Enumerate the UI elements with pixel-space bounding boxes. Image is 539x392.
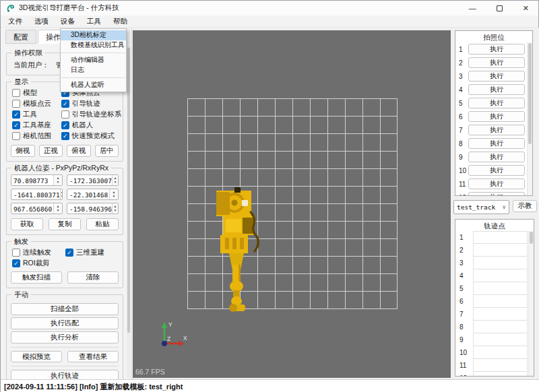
scrollbar-thumb[interactable]: [127, 48, 130, 333]
title-bar[interactable]: 3D视觉引导打磨平台 - 什方科技 — ✕: [1, 1, 538, 15]
teach-button[interactable]: 示教: [513, 200, 537, 212]
execute-button[interactable]: 执行: [468, 192, 525, 196]
trajectory-row[interactable]: 10: [455, 346, 534, 359]
trajectory-row[interactable]: 9: [455, 333, 534, 346]
checkbox-robot[interactable]: ✓机器人: [61, 121, 119, 129]
trajectory-row[interactable]: 1: [455, 231, 534, 244]
trajectory-cell[interactable]: [473, 333, 528, 346]
execute-button[interactable]: 执行: [468, 71, 525, 81]
checkbox-quick-preview-mode[interactable]: ✓快速预览模式: [61, 131, 119, 140]
trajectory-cell[interactable]: [473, 295, 528, 308]
simulate-preview-button[interactable]: 模拟预览: [11, 351, 62, 362]
photo-table-scrollbar[interactable]: [527, 42, 532, 195]
view-result-button[interactable]: 查看结果: [67, 351, 119, 362]
checkbox-guide-trajectory[interactable]: ✓引导轨迹: [61, 99, 119, 108]
scan-all-button[interactable]: 扫描全部: [11, 303, 119, 315]
spinner-arrows-icon[interactable]: ▲▼: [112, 203, 118, 214]
spinner-arrows-icon[interactable]: ▲▼: [109, 189, 118, 199]
trajectory-row[interactable]: 2: [455, 244, 534, 257]
front-view-button[interactable]: 正视: [39, 145, 63, 157]
trajectory-cell[interactable]: [473, 308, 528, 321]
checkbox-camera-range[interactable]: 相机范围: [12, 131, 61, 140]
left-panel-scrollbar[interactable]: [127, 46, 131, 378]
execute-button[interactable]: 执行: [468, 111, 525, 122]
scrollbar-thumb[interactable]: [530, 232, 533, 244]
menu-item-log[interactable]: 日志: [61, 65, 126, 75]
trajectory-cell[interactable]: [473, 346, 528, 359]
trajectory-cell[interactable]: [473, 231, 528, 244]
execute-button[interactable]: 执行: [468, 57, 525, 68]
trajectory-row[interactable]: 11: [455, 359, 534, 372]
paste-pose-button[interactable]: 粘贴: [86, 218, 119, 230]
trajectory-cell[interactable]: [473, 257, 528, 269]
pose-spinbox[interactable]: -158.946396▲▼: [67, 203, 119, 214]
trajectory-row[interactable]: 3: [455, 257, 534, 269]
checkbox-model[interactable]: 模型: [12, 88, 61, 97]
trajectory-table-scrollbar[interactable]: [528, 231, 534, 376]
copy-pose-button[interactable]: 复制: [49, 218, 81, 230]
execute-analysis-button[interactable]: 执行分析: [11, 331, 119, 344]
execute-match-button[interactable]: 执行匹配: [11, 317, 119, 329]
scrollbar-thumb[interactable]: [528, 43, 532, 144]
trajectory-cell[interactable]: [473, 372, 528, 377]
checkbox-tool-base[interactable]: ✓工具基座: [12, 121, 61, 129]
pose-spinbox[interactable]: -1641.880371▲▼: [11, 189, 63, 200]
side-view-button[interactable]: 侧视: [11, 145, 35, 157]
checkbox-roi-crop[interactable]: ✓ROI裁剪: [12, 259, 65, 267]
menu-item-baseline-recognition-tool[interactable]: 数模基线识别工具: [61, 40, 126, 51]
execute-trajectory-button[interactable]: 执行轨迹: [11, 370, 119, 379]
center-view-button[interactable]: 居中: [95, 145, 119, 157]
menu-help[interactable]: 帮助: [107, 15, 133, 28]
trajectory-row[interactable]: 12: [455, 372, 534, 377]
checkbox-template-pointcloud[interactable]: 模板点云: [12, 99, 61, 108]
trajectory-cell[interactable]: [473, 244, 528, 257]
spinner-arrows-icon[interactable]: ▲▼: [53, 203, 62, 214]
execute-button[interactable]: 执行: [468, 152, 525, 162]
track-combobox[interactable]: test_track ∨: [453, 200, 509, 214]
pose-spinbox[interactable]: 70.898773▲▼: [11, 174, 63, 186]
spinner-arrows-icon[interactable]: ▲▼: [53, 175, 62, 185]
trajectory-cell[interactable]: [473, 321, 528, 333]
top-view-button[interactable]: 俯视: [67, 145, 91, 157]
clear-button[interactable]: 清除: [67, 271, 119, 284]
trajectory-cell[interactable]: [473, 282, 528, 295]
checkbox-reconstruction-3d[interactable]: ✓三维重建: [65, 248, 119, 257]
checkbox-guide-trajectory-frame[interactable]: 引导轨迹坐标系: [61, 110, 119, 119]
execute-button[interactable]: 执行: [468, 125, 525, 135]
trajectory-row[interactable]: 5: [455, 282, 534, 295]
trajectory-cell[interactable]: [473, 269, 528, 282]
trajectory-row[interactable]: 4: [455, 269, 534, 282]
get-pose-button[interactable]: 获取: [11, 218, 43, 230]
pose-spinbox[interactable]: 967.656860▲▼: [11, 203, 63, 214]
trajectory-row[interactable]: 6: [455, 295, 534, 308]
menu-options[interactable]: 选项: [28, 15, 55, 28]
maximize-button[interactable]: [497, 5, 503, 11]
execute-button[interactable]: 执行: [468, 138, 525, 149]
checkbox-tool[interactable]: ✓工具: [12, 110, 61, 119]
spinner-arrows-icon[interactable]: ▲▼: [60, 189, 63, 199]
spinner-arrows-icon[interactable]: ▲▼: [112, 175, 118, 185]
menu-tools[interactable]: 工具: [81, 15, 107, 28]
trajectory-row[interactable]: 8: [455, 321, 534, 333]
execute-button[interactable]: 执行: [468, 84, 525, 95]
trajectory-cell[interactable]: [473, 359, 528, 372]
menu-item-camera-calibration-3d[interactable]: 3D相机标定: [61, 30, 126, 40]
pose-spinbox[interactable]: -22.301468▲▼: [67, 189, 119, 200]
menu-device[interactable]: 设备: [55, 15, 81, 28]
viewport-3d[interactable]: Y X Z 66.7 FPS: [133, 30, 451, 378]
menu-file[interactable]: 文件: [2, 15, 28, 28]
trigger-scan-button[interactable]: 触发扫描: [11, 271, 62, 284]
menu-item-robot-listener[interactable]: 机器人监听: [61, 80, 126, 90]
close-button[interactable]: ✕: [523, 5, 529, 12]
execute-button[interactable]: 执行: [468, 98, 525, 108]
execute-button[interactable]: 执行: [468, 178, 525, 189]
trajectory-row[interactable]: 7: [455, 308, 534, 321]
pose-value: -1641.880371: [11, 189, 60, 199]
minimize-button[interactable]: —: [469, 5, 476, 12]
execute-button[interactable]: 执行: [468, 165, 525, 176]
pose-spinbox[interactable]: -172.363007▲▼: [67, 174, 119, 186]
execute-button[interactable]: 执行: [468, 44, 525, 55]
menu-item-action-editor[interactable]: 动作编辑器: [61, 55, 126, 65]
tab-config[interactable]: 配置: [5, 30, 36, 44]
checkbox-continuous-trigger[interactable]: 连续触发: [12, 248, 65, 257]
